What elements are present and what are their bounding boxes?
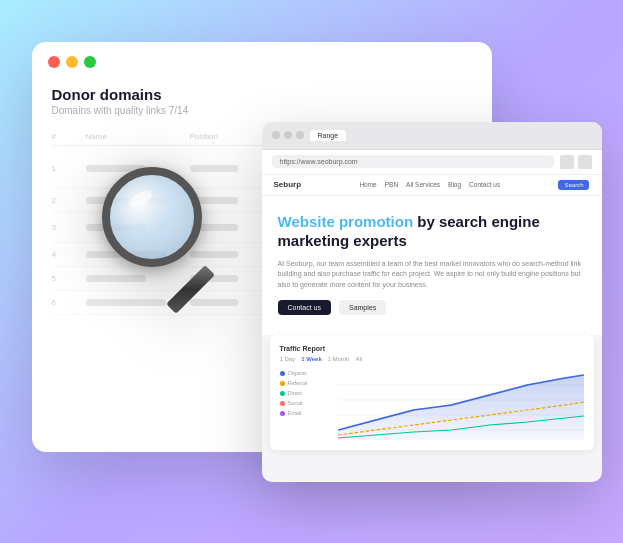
hero-buttons: Contact us Samples <box>278 300 586 315</box>
browser-controls <box>272 131 304 139</box>
legend-email: Email <box>280 410 330 416</box>
legend-dot-social <box>280 401 285 406</box>
browser-dot-1 <box>272 131 280 139</box>
legend-label-referral: Referral <box>288 380 308 386</box>
chart-filters: 1 Day 1 Week 1 Month All <box>280 356 584 362</box>
site-logo: Seburp <box>274 180 302 189</box>
contact-button[interactable]: Contact us <box>278 300 331 315</box>
titlebar <box>32 42 492 78</box>
nav-link-home[interactable]: Home <box>359 181 376 188</box>
legend-dot-email <box>280 411 285 416</box>
site-hero: Website promotion by search engine marke… <box>262 196 602 336</box>
site-nav: Seburp Home PBN All Services Blog Contac… <box>262 175 602 196</box>
browser-actions <box>560 155 592 169</box>
browser-tabs: Range <box>310 130 592 141</box>
chart-svg <box>338 370 584 440</box>
legend-dot-referral <box>280 381 285 386</box>
legend-label-social: Social <box>288 400 303 406</box>
legend-organic: Organic <box>280 370 330 376</box>
filter-1week[interactable]: 1 Week <box>301 356 322 362</box>
hero-description: At Seoburp, our team assembled a team of… <box>278 259 586 291</box>
minimize-button[interactable] <box>66 56 78 68</box>
browser-dot-2 <box>284 131 292 139</box>
nav-link-services[interactable]: All Services <box>406 181 440 188</box>
maximize-button[interactable] <box>84 56 96 68</box>
chart-area: Traffic Report 1 Day 1 Week 1 Month All … <box>270 335 594 450</box>
chart-container: Organic Referral Direct Social <box>280 370 584 440</box>
site-search-button[interactable]: Search <box>558 180 589 190</box>
filter-all[interactable]: All <box>355 356 362 362</box>
magnifier-glass <box>102 167 212 277</box>
browser-bar: Range <box>262 122 602 150</box>
site-nav-links: Home PBN All Services Blog Contact us <box>359 181 500 188</box>
nav-link-pbn[interactable]: PBN <box>385 181 398 188</box>
legend-dot-direct <box>280 391 285 396</box>
col-num: # <box>52 132 82 141</box>
close-button[interactable] <box>48 56 60 68</box>
address-bar[interactable]: https://www.seoburp.com <box>272 155 554 168</box>
filter-1day[interactable]: 1 Day <box>280 356 296 362</box>
legend-referral: Referral <box>280 380 330 386</box>
browser-action-2[interactable] <box>578 155 592 169</box>
chart-title: Traffic Report <box>280 345 584 352</box>
address-bar-row: https://www.seoburp.com <box>262 150 602 175</box>
front-window: Range https://www.seoburp.com Seburp Hom… <box>262 122 602 482</box>
legend-label-direct: Direct <box>288 390 302 396</box>
legend-label-organic: Organic <box>288 370 307 376</box>
scene: Donor domains Domains with quality links… <box>22 22 602 522</box>
legend-dot-organic <box>280 371 285 376</box>
magnifier <box>102 167 252 317</box>
browser-action-1[interactable] <box>560 155 574 169</box>
demo-button[interactable]: Samples <box>339 300 386 315</box>
nav-link-contact[interactable]: Contact us <box>469 181 500 188</box>
browser-dot-3 <box>296 131 304 139</box>
magnifier-reflection <box>126 187 154 210</box>
nav-link-blog[interactable]: Blog <box>448 181 461 188</box>
legend-social: Social <box>280 400 330 406</box>
chart-legend: Organic Referral Direct Social <box>280 370 330 440</box>
col-position: Position <box>190 132 270 141</box>
legend-label-email: Email <box>288 410 302 416</box>
filter-1month[interactable]: 1 Month <box>328 356 350 362</box>
magnifier-handle <box>166 265 215 314</box>
hero-title-highlight: Website promotion <box>278 213 414 230</box>
window-subtitle: Domains with quality links 7/14 <box>52 105 472 116</box>
legend-direct: Direct <box>280 390 330 396</box>
hero-title: Website promotion by search engine marke… <box>278 212 586 251</box>
magnifier-lens <box>102 167 202 267</box>
window-title: Donor domains <box>52 86 472 103</box>
col-name: Name <box>86 132 186 141</box>
browser-tab-active[interactable]: Range <box>310 130 347 141</box>
